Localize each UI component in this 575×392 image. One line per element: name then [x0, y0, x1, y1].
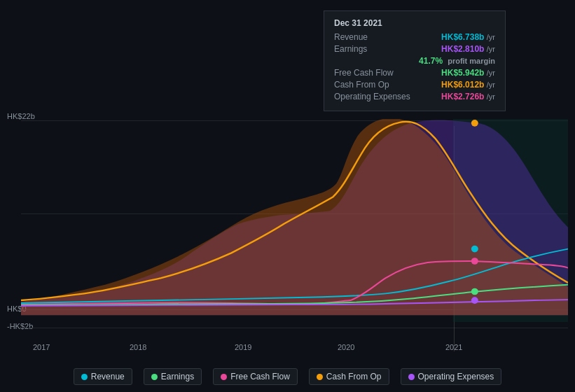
tooltip-row-earnings: Earnings HK$2.810b /yr [334, 44, 495, 54]
tooltip-value-fcf: HK$5.942b /yr [441, 68, 495, 78]
x-label-2018: 2018 [130, 343, 146, 351]
svg-point-5 [471, 297, 478, 304]
tooltip-label-opex: Operating Expenses [334, 92, 410, 102]
tooltip-value-cashop: HK$6.012b /yr [441, 80, 495, 90]
legend-dot-earnings [151, 374, 158, 380]
svg-point-4 [471, 288, 478, 295]
legend-label-cashop: Cash From Op [326, 372, 382, 382]
tooltip-value-revenue: HK$6.738b /yr [441, 32, 495, 42]
legend-dot-opex [408, 374, 415, 380]
legend-label-opex: Operating Expenses [418, 372, 494, 382]
tooltip-value-opex: HK$2.726b /yr [441, 92, 495, 102]
tooltip-row-revenue: Revenue HK$6.738b /yr [334, 32, 495, 42]
grid-line-neg [21, 328, 568, 328]
x-label-2020: 2020 [338, 343, 354, 351]
chart-container: HK$22b HK$0 -HK$2b [0, 0, 575, 392]
legend-item-fcf[interactable]: Free Cash Flow [213, 368, 298, 385]
legend-label-earnings: Earnings [161, 372, 194, 382]
legend-dot-cashop [317, 374, 323, 380]
tooltip-row-margin: 41.7% profit margin [334, 56, 495, 66]
tooltip-value-margin: 41.7% profit margin [419, 56, 495, 66]
tooltip-label-cashop: Cash From Op [334, 80, 389, 90]
svg-point-3 [471, 258, 478, 265]
tooltip-value-earnings: HK$2.810b /yr [441, 44, 495, 54]
svg-point-2 [471, 246, 478, 253]
legend-dot-revenue [81, 374, 88, 380]
tooltip-row-cashop: Cash From Op HK$6.012b /yr [334, 80, 495, 90]
legend-label-fcf: Free Cash Flow [230, 372, 290, 382]
tooltip-row-opex: Operating Expenses HK$2.726b /yr [334, 92, 495, 102]
x-label-2019: 2019 [235, 343, 251, 351]
tooltip-label-fcf: Free Cash Flow [334, 68, 394, 78]
tooltip-row-fcf: Free Cash Flow HK$5.942b /yr [334, 68, 495, 78]
legend: Revenue Earnings Free Cash Flow Cash Fro… [0, 368, 575, 385]
legend-item-revenue[interactable]: Revenue [74, 368, 132, 385]
tooltip-label-earnings: Earnings [334, 44, 367, 54]
x-label-2021: 2021 [445, 343, 462, 351]
tooltip-label-revenue: Revenue [334, 32, 368, 42]
svg-point-1 [471, 120, 478, 127]
legend-item-earnings[interactable]: Earnings [144, 368, 202, 385]
legend-item-cashop[interactable]: Cash From Op [309, 368, 389, 385]
x-label-2017: 2017 [33, 343, 50, 351]
y-label-neg: -HK$2b [7, 322, 33, 330]
legend-item-opex[interactable]: Operating Expenses [401, 368, 502, 385]
legend-dot-fcf [221, 374, 227, 380]
tooltip-box: Dec 31 2021 Revenue HK$6.738b /yr Earnin… [324, 10, 506, 111]
legend-label-revenue: Revenue [91, 372, 125, 382]
chart-svg [21, 119, 568, 322]
tooltip-date: Dec 31 2021 [334, 18, 495, 28]
